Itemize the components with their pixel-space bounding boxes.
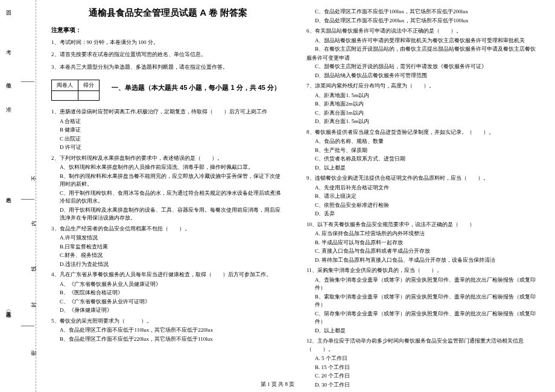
option: C、供货者名称及联系方式、进货日期 — [315, 155, 540, 163]
question: 3、食品生产经营者的食品安全信用档案不包括（ ）。 — [51, 225, 285, 233]
right-column: C、食品处理区工作面不应低于100lux，其它场所不应低于200lux D、食品… — [296, 7, 546, 377]
question: 5、餐饮业的采光照明要求为（ ）。 — [51, 317, 285, 326]
option: D、食品处理区工作面不应低于200lux，其它场所不应低于100lux — [315, 17, 540, 25]
question: 12、主办单位应于活动举办前多少时间向餐饮服务食品安全监管部门通报重大活动相关信… — [306, 337, 540, 353]
option: C.财务、税务情况 — [60, 251, 285, 260]
option: B、请示上级决定 — [315, 192, 540, 201]
option: D、以上都是 — [315, 164, 540, 172]
notice-item: 2、请首先按要求在试卷的指定位置填写您的姓名、单位等信息。 — [51, 50, 285, 58]
option: A、食品的名称、规格、数量 — [315, 138, 540, 146]
option: B、《医院体检合格证明》 — [60, 289, 285, 297]
option: D.违法行为查处情况 — [60, 261, 285, 269]
option: C、食品处理区工作面不应低于100lux，其它场所不应低于200lux — [315, 8, 540, 16]
option: A. 5 个工作日 — [315, 355, 540, 363]
option: C. 20 个工作日 — [315, 372, 540, 381]
option: A.许可颁发情况 — [60, 234, 285, 242]
score-cell[interactable] — [52, 91, 78, 101]
score-header: 得分 — [78, 80, 100, 91]
option: A. 应当保持食品加工经营场所的内外环境整洁 — [315, 230, 540, 238]
option: A、《广东省餐饮服务从业人员健康证明》 — [60, 280, 285, 289]
option: D、甜品站纳入餐饮品店餐饮服务许可管理范围 — [315, 72, 540, 80]
option: A 合格证 — [60, 118, 285, 126]
seal-label: 内 — [30, 221, 38, 226]
question: 10、以下有关餐饮服务食品安全规范要求中，说法不正确的是（ ） — [306, 221, 540, 229]
option: D、用于饮料现榨及水果拼盘制作的设备、工具、容器应专用。每餐次使用前应消毒，用后… — [60, 206, 285, 223]
option: C. 直接入口食品与食品原料或者半成品分开存放 — [315, 247, 540, 256]
option: C、甜餐饮主店附近开设的甜品站，需另行申请发放《餐饮服务许可证》 — [315, 63, 540, 71]
question: 4、凡在广东省从事餐饮服务的人员每年应当进行健康检查，取得（ ）后方可参加工作。 — [51, 271, 285, 279]
option: D、距离台面1. 5m以内 — [315, 118, 540, 126]
option-continuation: 服务许可变更申请 — [306, 54, 540, 63]
option: A、查验集中消毒企业盖章（或签字）的营业执照复印件、盖章的批次出厂检验报告（或复… — [315, 276, 540, 292]
option: B、距离地面2m以内 — [315, 100, 540, 109]
notice-item: 1、考试时间：90 分钟，本卷满分为 100 分。 — [51, 38, 285, 46]
score-header: 阅卷人 — [52, 80, 78, 91]
binding-underline — [21, 81, 34, 82]
option: B、生产批号、保质期 — [315, 147, 540, 155]
option: C、依照食品安全标准进行检验 — [315, 201, 540, 210]
option: A、食品处理区工作面不应低于110lux，其它场所不应低于220lux — [60, 326, 285, 335]
option: D、《身体健康证明》 — [60, 306, 285, 315]
score-cell[interactable] — [78, 91, 100, 101]
option: B、制作的现榨料和水果拼盘当餐不能用完的，应立即放入冷藏设施中妥善保管，保证下次… — [60, 172, 285, 189]
option: D. 将待加工食品原料与直接入口食品、半成品分开存放，设备应当保持清洁 — [315, 256, 540, 265]
question: 1、患肠道传染病时应暂时调离工作,积极治疗，定期复查，待取得（ ）后方可上岗工作 — [51, 108, 285, 116]
question: 6、有关甜品站餐饮服务许可申请的说法中不正确的是（ ）。 — [306, 27, 540, 36]
notice-item: 3、本卷共三大题型分别为单选题、多选题和判断题，请在指定位置作答。 — [51, 63, 285, 71]
option: B.日常监督检查结果 — [60, 243, 285, 251]
question: 11、采购集中消毒企业供应的餐饮具的，应当（ ）。 — [306, 267, 540, 275]
score-table: 阅卷人 得分 — [51, 80, 100, 101]
option: C、《广东省餐饮服务从业许可证明》 — [60, 298, 285, 306]
option: A、甜品站餐饮服务许可申请的受理和审批机关为餐饮主店餐饮服务许可受理和审批机关 — [315, 37, 540, 45]
option: C、距离台面1m以内 — [315, 109, 540, 118]
option: D、丢弃 — [315, 210, 540, 218]
option: C 出院证 — [60, 135, 285, 144]
option: C、用于制作现榨饮料、食用冰等食品的水，应为通过符合相关规定的净水设备处理后或煮… — [60, 189, 285, 206]
binding-margin: 圆 考 单位 准 不 姓名 内 线 封 市（区县） 密 — [0, 0, 36, 392]
option: A、距离地面1. 5m以内 — [315, 92, 540, 100]
left-column: 通榆县食品安全管理员试题 A 卷 附答案 注意事项： 1、考试时间：90 分钟，… — [45, 7, 296, 377]
part-title: 一、单选题（本大题共 45 小题，每小题 1 分，共 45 分） — [112, 83, 281, 92]
exam-title: 通榆县食品安全管理员试题 A 卷 附答案 — [51, 7, 285, 19]
question: 7、凉菜间内紫外线灯应分布均匀，高度为（ ）。 — [306, 82, 540, 90]
question: 2、下列对饮料现榨及水果拼盘制作的要求中，表述错误的是（ ）。 — [51, 154, 285, 163]
seal-label: 密 — [30, 350, 38, 356]
binding-underline — [21, 326, 34, 326]
option: D 许可证 — [60, 144, 285, 152]
option: D、以上都是 — [315, 327, 540, 335]
question: 9、连锁餐饮企业购进无法提供合格证明文件的食品原料时，应当（ ）。 — [306, 174, 540, 183]
option: C、留存集中消毒企业盖章（或签字）的营业执照复印件、盖章的批次出厂检验报告（或复… — [315, 310, 540, 326]
page-footer: 第 1 页 共 8 页 — [0, 381, 555, 388]
option: B 健康证 — [60, 126, 285, 134]
seal-label: 不 — [30, 175, 38, 181]
option: B、食品处理区工作面不应低于220lux，其它场所不应低于110lux — [60, 335, 285, 344]
seal-label: 封 — [30, 302, 38, 308]
option: B. 15 个工作日 — [315, 364, 540, 372]
option: B、索取集中消毒企业盖章（或签字）的营业执照复印件、盖章的批次出厂检验报告（或复… — [315, 293, 540, 309]
question: 8、餐饮服务提供者应当建立食品进货查验记录制度，并如实记录。（ ）。 — [306, 128, 540, 137]
notice-header: 注意事项： — [51, 26, 285, 34]
binding-underline — [21, 199, 34, 200]
seal-label: 线 — [30, 266, 38, 271]
option: A、饮料现榨和水果拼盘制作的人员操作前应清洗、消毒手部，操作时佩戴口罩。 — [60, 163, 285, 172]
option: A、先使用后补充合格证明文件 — [315, 184, 540, 192]
option: B. 半成品应可以与食品原料一起存放 — [315, 239, 540, 247]
option: B、在餐饮主店附近开设甜品站的，由餐饮主店提出甜品站餐饮服务许可申请及餐饮主店餐… — [315, 45, 540, 54]
content-columns: 通榆县食品安全管理员试题 A 卷 附答案 注意事项： 1、考试时间：90 分钟，… — [36, 0, 555, 392]
binding-labels: 圆 考 单位 准 不 姓名 内 线 封 市（区县） 密 — [0, 0, 36, 392]
